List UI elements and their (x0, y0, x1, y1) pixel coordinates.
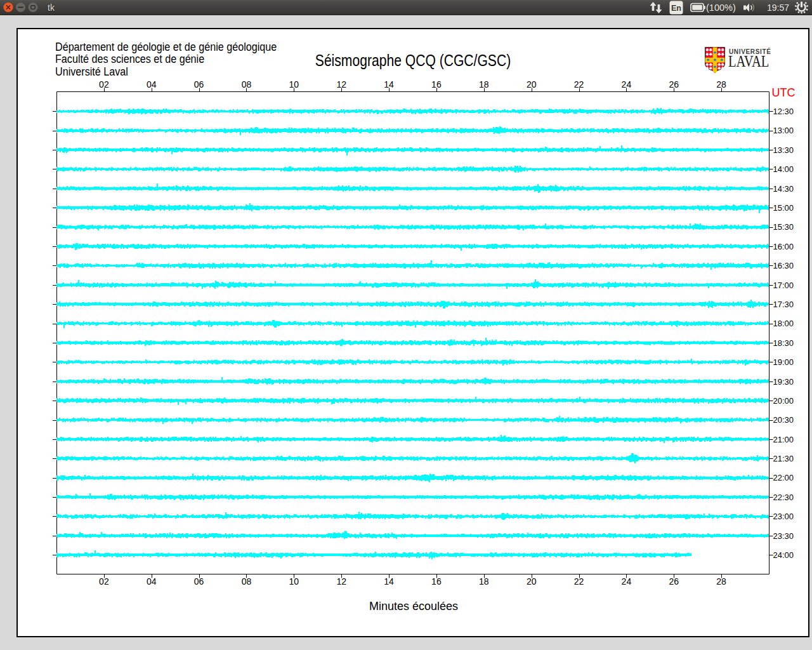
svg-text:16:00: 16:00 (773, 242, 794, 251)
svg-text:14:00: 14:00 (773, 164, 794, 174)
svg-text:06: 06 (194, 576, 204, 587)
svg-text:20: 20 (527, 79, 537, 90)
svg-text:13:30: 13:30 (773, 145, 794, 155)
svg-text:UTC: UTC (772, 86, 796, 99)
svg-text:13:00: 13:00 (773, 126, 794, 135)
svg-text:22: 22 (574, 576, 584, 587)
svg-text:04: 04 (147, 576, 157, 587)
svg-text:20:00: 20:00 (773, 396, 794, 406)
svg-text:18: 18 (479, 576, 489, 587)
svg-text:15:30: 15:30 (773, 222, 794, 232)
svg-text:19:00: 19:00 (773, 357, 794, 367)
svg-text:24:00: 24:00 (773, 550, 794, 560)
svg-text:06: 06 (194, 79, 204, 90)
svg-text:23:00: 23:00 (773, 512, 794, 521)
svg-text:19:30: 19:30 (773, 377, 794, 387)
svg-text:21:00: 21:00 (773, 435, 794, 444)
svg-text:17:00: 17:00 (773, 281, 794, 290)
svg-text:20:30: 20:30 (773, 415, 794, 425)
svg-text:23:30: 23:30 (773, 531, 794, 541)
svg-text:22: 22 (574, 79, 584, 90)
svg-text:22:30: 22:30 (773, 493, 794, 502)
svg-text:21:30: 21:30 (773, 454, 794, 463)
svg-text:18: 18 (479, 79, 489, 90)
svg-text:18:30: 18:30 (773, 338, 794, 348)
svg-text:04: 04 (147, 79, 157, 90)
svg-text:16:30: 16:30 (773, 261, 794, 270)
svg-text:12:30: 12:30 (773, 107, 794, 116)
svg-text:20: 20 (527, 576, 537, 587)
svg-text:14:30: 14:30 (773, 184, 794, 194)
svg-text:15:00: 15:00 (773, 203, 794, 213)
svg-text:18:00: 18:00 (773, 319, 794, 328)
svg-text:22:00: 22:00 (773, 473, 794, 482)
svg-text:17:30: 17:30 (773, 300, 794, 309)
